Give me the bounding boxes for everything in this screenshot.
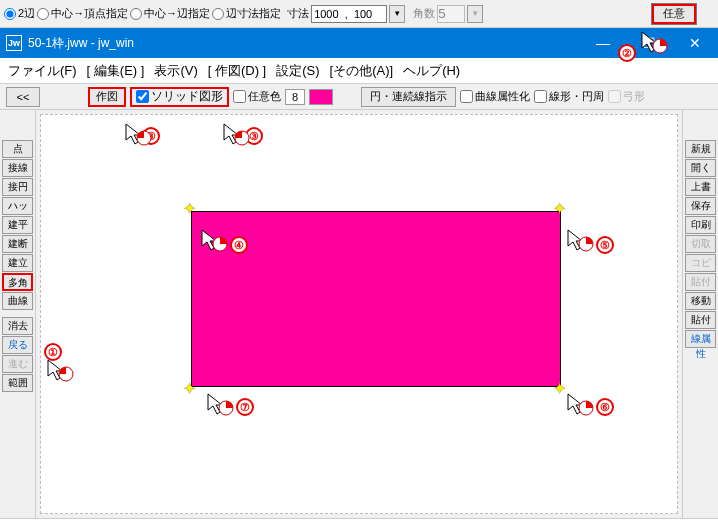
menu-file[interactable]: ファイル(F) xyxy=(8,62,77,80)
tool-cut: 切取 xyxy=(685,235,716,253)
kakusu-input xyxy=(437,5,465,23)
radio-center-vertex[interactable]: 中心→頂点指定 xyxy=(37,6,128,21)
tool-polygon[interactable]: 多角形 xyxy=(2,273,33,291)
tool-new[interactable]: 新規 xyxy=(685,140,716,158)
kakusu-dropdown-button: ▼ xyxy=(467,5,483,23)
snap-marker-icon: ✦ xyxy=(553,379,566,398)
top-options-bar: 2辺 中心→頂点指定 中心→辺指定 辺寸法指定 寸法 ▼ 角数 ▼ 任意 xyxy=(0,0,718,28)
close-button[interactable]: ✕ xyxy=(672,28,718,58)
menu-edit[interactable]: [ 編集(E) ] xyxy=(87,62,145,80)
snap-marker-icon: ✦ xyxy=(183,199,196,218)
snap-marker-icon: ✦ xyxy=(553,199,566,218)
tool-line-attr[interactable]: 線属性 xyxy=(685,330,716,348)
snap-marker-icon: ✦ xyxy=(183,379,196,398)
bow-checkbox: 弓形 xyxy=(608,89,645,104)
app-icon: Jw xyxy=(6,35,22,51)
tool-save[interactable]: 保存 xyxy=(685,197,716,215)
nini-button[interactable]: 任意 xyxy=(652,4,696,24)
line-circle-checkbox[interactable]: 線形・円周 xyxy=(534,89,604,104)
tool-elevation[interactable]: 建立 xyxy=(2,254,33,272)
radio-edge-dim[interactable]: 辺寸法指定 xyxy=(212,6,281,21)
menu-view[interactable]: 表示(V) xyxy=(154,62,197,80)
menubar: ファイル(F) [ 編集(E) ] 表示(V) [ 作図(D) ] 設定(S) … xyxy=(0,58,718,84)
menu-help[interactable]: ヘルプ(H) xyxy=(403,62,460,80)
mouse-cursor-icon xyxy=(640,30,668,58)
dim-dropdown-button[interactable]: ▼ xyxy=(389,5,405,23)
annotation-7: ⑦ xyxy=(236,398,254,416)
tool-move[interactable]: 移動 xyxy=(685,292,716,310)
tool-paste: 貼付 xyxy=(685,273,716,291)
nini-color-checkbox[interactable]: 任意色 xyxy=(233,89,281,104)
tool-undo[interactable]: 戻る xyxy=(2,336,33,354)
right-toolbox: 新規 開く 上書 保存 印刷 切取 コピー 貼付 移動 貼付 線属性 xyxy=(682,110,718,518)
mouse-cursor-icon xyxy=(222,122,250,150)
tool-copy: コピー xyxy=(685,254,716,272)
drawing-canvas[interactable]: ✦ ✦ ✦ ✦ xyxy=(40,114,678,514)
sakuzu-button[interactable]: 作図 xyxy=(88,87,126,107)
left-toolbox: 点 接線 接円 ハッチ 建平 建断 建立 多角形 曲線 消去 戻る 進む 範囲 xyxy=(0,110,36,518)
tool-plan[interactable]: 建平 xyxy=(2,216,33,234)
tool-tangent-circle[interactable]: 接円 xyxy=(2,178,33,196)
tool-section[interactable]: 建断 xyxy=(2,235,33,253)
tool-curve[interactable]: 曲線 xyxy=(2,292,33,310)
circle-polyline-button[interactable]: 円・連続線指示 xyxy=(361,87,456,107)
solid-shape-checkbox[interactable]: ソリッド図形 xyxy=(130,87,229,107)
menu-settings[interactable]: 設定(S) xyxy=(276,62,319,80)
mouse-cursor-icon xyxy=(566,392,594,420)
menu-other[interactable]: [その他(A)] xyxy=(330,62,394,80)
annotation-2: ② xyxy=(618,44,636,62)
tool-overwrite[interactable]: 上書 xyxy=(685,178,716,196)
options-toolbar: << 作図 ソリッド図形 任意色 円・連続線指示 曲線属性化 線形・円周 弓形 xyxy=(0,84,718,110)
tool-open[interactable]: 開く xyxy=(685,159,716,177)
radio-2edge[interactable]: 2辺 xyxy=(4,6,35,21)
tool-erase[interactable]: 消去 xyxy=(2,317,33,335)
solid-rectangle xyxy=(191,211,561,387)
dim-label: 寸法 xyxy=(287,6,309,21)
window-title: 50-1枠.jww - jw_win xyxy=(28,35,134,52)
color-swatch[interactable] xyxy=(309,89,333,105)
kakusu-label: 角数 xyxy=(413,6,435,21)
mouse-cursor-icon xyxy=(46,358,74,386)
tool-print[interactable]: 印刷 xyxy=(685,216,716,234)
curve-attribute-checkbox[interactable]: 曲線属性化 xyxy=(460,89,530,104)
mouse-cursor-icon xyxy=(200,228,228,256)
mouse-cursor-icon xyxy=(206,392,234,420)
mouse-cursor-icon xyxy=(124,122,152,150)
back-button[interactable]: << xyxy=(6,87,40,107)
annotation-5: ⑤ xyxy=(596,236,614,254)
color-index-input[interactable] xyxy=(285,89,305,105)
dim-input[interactable] xyxy=(311,5,387,23)
tool-tangent[interactable]: 接線 xyxy=(2,159,33,177)
tool-paste2[interactable]: 貼付 xyxy=(685,311,716,329)
mouse-cursor-icon xyxy=(566,228,594,256)
work-area: 点 接線 接円 ハッチ 建平 建断 建立 多角形 曲線 消去 戻る 進む 範囲 … xyxy=(0,110,718,518)
tool-range[interactable]: 範囲 xyxy=(2,374,33,392)
kakusu-group: 角数 ▼ xyxy=(413,5,483,23)
menu-draw[interactable]: [ 作図(D) ] xyxy=(208,62,267,80)
annotation-4: ④ xyxy=(230,236,248,254)
tool-point[interactable]: 点 xyxy=(2,140,33,158)
tool-redo: 進む xyxy=(2,355,33,373)
tool-hatch[interactable]: ハッチ xyxy=(2,197,33,215)
window-titlebar: Jw 50-1枠.jww - jw_win — ☐ ✕ xyxy=(0,28,718,58)
annotation-6: ⑥ xyxy=(596,398,614,416)
radio-center-edge[interactable]: 中心→辺指定 xyxy=(130,6,210,21)
